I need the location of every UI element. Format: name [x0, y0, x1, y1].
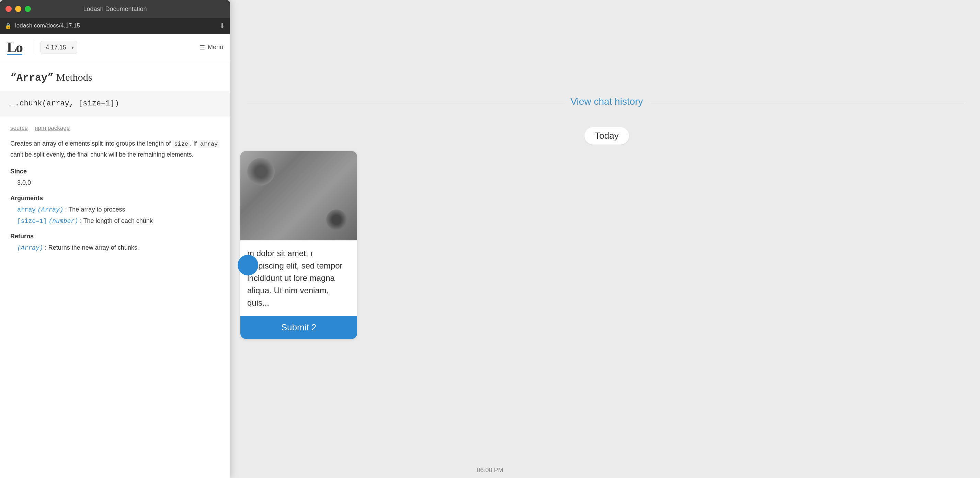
submit-2-button[interactable]: Submit 2 [240, 316, 357, 339]
title-bar: Lodash Documentation [0, 0, 230, 18]
return-desc: : Returns the new array of chunks. [45, 244, 139, 251]
lock-icon: 🔒 [5, 23, 12, 29]
return-type: (Array) [17, 244, 43, 251]
version-selector-wrapper: 4.17.15 4.17.14 4.17.11 3.10.1 [41, 41, 77, 54]
version-select[interactable]: 4.17.15 4.17.14 4.17.11 3.10.1 [41, 41, 77, 54]
returns-label: Returns [10, 233, 220, 240]
source-link[interactable]: source [10, 125, 28, 132]
arg1-desc: : The array to process. [65, 206, 127, 213]
main-content: source npm package Creates an array of e… [0, 125, 230, 251]
argument-2: [size=1] (number) : The length of each c… [17, 217, 220, 225]
window-title: Lodash Documentation [83, 5, 146, 13]
description-paragraph: Creates an array of elements split into … [10, 139, 220, 160]
code-block: _.chunk(array, [size=1]) [0, 91, 230, 116]
view-chat-history-button[interactable]: View chat history [570, 96, 643, 107]
address-bar: 🔒 lodash.com/docs/4.17.15 ⬇ [0, 18, 230, 33]
logo-underline [7, 54, 22, 55]
argument-1: array (Array) : The array to process. [17, 206, 220, 213]
arg2-type: (number) [48, 218, 78, 225]
array-code: array [199, 140, 220, 148]
nav-divider [35, 40, 35, 54]
content-area: “Array” Methods _.chunk(array, [size=1])… [0, 61, 230, 478]
nav-bar: Lo 4.17.15 4.17.14 4.17.11 3.10.1 ☰ Menu [0, 33, 230, 61]
maximize-button[interactable] [25, 6, 31, 12]
since-label: Since [10, 168, 220, 175]
returns-section: Returns (Array) : Returns the new array … [10, 233, 220, 251]
today-badge: Today [584, 127, 629, 145]
section-heading-prefix: “Array” [10, 72, 54, 84]
npm-link[interactable]: npm package [35, 125, 70, 132]
menu-button[interactable]: ☰ Menu [199, 44, 223, 51]
arguments-section: Arguments array (Array) : The array to p… [10, 195, 220, 225]
timestamp: 06:00 PM [477, 467, 503, 474]
arg1-name: array [17, 206, 36, 213]
address-text[interactable]: lodash.com/docs/4.17.15 [15, 22, 216, 29]
return-item: (Array) : Returns the new array of chunk… [17, 244, 220, 251]
lodash-logo[interactable]: Lo [7, 39, 22, 56]
chat-card: m dolor sit amet, r adipiscing elit, sed… [240, 151, 357, 339]
section-heading: “Array” Methods [0, 61, 230, 91]
links-row: source npm package [10, 125, 220, 132]
arguments-label: Arguments [10, 195, 220, 202]
code-snippet: _.chunk(array, [size=1]) [10, 99, 220, 108]
chat-card-image [240, 151, 357, 241]
chat-history-section: View chat history [234, 96, 980, 107]
arg2-name: [size=1] [17, 218, 47, 225]
close-button[interactable] [5, 6, 12, 12]
size-code: size [172, 140, 190, 148]
chat-card-image-inner [240, 151, 357, 241]
chat-history-line-right [650, 102, 966, 102]
section-heading-suffix: Methods [54, 72, 92, 83]
arg2-desc: : The length of each chunk [80, 217, 153, 224]
chat-card-text: m dolor sit amet, r adipiscing elit, sed… [240, 241, 357, 316]
since-version: 3.0.0 [17, 179, 220, 186]
arg1-type: (Array) [37, 206, 64, 213]
floating-action-button[interactable] [238, 255, 258, 276]
traffic-lights [5, 6, 31, 12]
browser-window: Lodash Documentation 🔒 lodash.com/docs/4… [0, 0, 230, 478]
today-badge-container: Today [234, 127, 980, 145]
chat-history-line-left [247, 102, 563, 102]
minimize-button[interactable] [15, 6, 21, 12]
hamburger-icon: ☰ [199, 44, 205, 51]
download-icon[interactable]: ⬇ [220, 22, 225, 30]
